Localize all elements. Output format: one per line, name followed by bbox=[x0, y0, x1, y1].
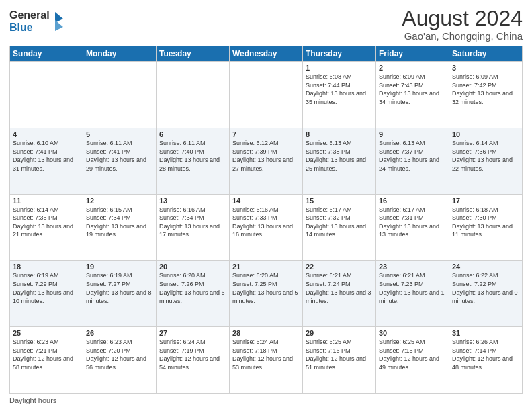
day-info: Sunrise: 6:25 AMSunset: 7:15 PMDaylight:… bbox=[379, 338, 446, 371]
col-header-tuesday: Tuesday bbox=[157, 46, 230, 62]
day-info: Sunrise: 6:17 AMSunset: 7:32 PMDaylight:… bbox=[306, 205, 373, 239]
col-header-thursday: Thursday bbox=[303, 46, 376, 62]
day-info: Sunrise: 6:14 AMSunset: 7:36 PMDaylight:… bbox=[452, 139, 519, 173]
day-number: 10 bbox=[452, 130, 519, 138]
calendar-cell: 17Sunrise: 6:18 AMSunset: 7:30 PMDayligh… bbox=[449, 194, 523, 261]
day-info: Sunrise: 6:11 AMSunset: 7:40 PMDaylight:… bbox=[159, 139, 226, 173]
day-number: 19 bbox=[86, 263, 153, 271]
day-info: Sunrise: 6:11 AMSunset: 7:41 PMDaylight:… bbox=[86, 139, 153, 173]
calendar-table: SundayMondayTuesdayWednesdayThursdayFrid… bbox=[9, 46, 523, 394]
day-info: Sunrise: 6:16 AMSunset: 7:34 PMDaylight:… bbox=[159, 205, 226, 239]
calendar-week-2: 4Sunrise: 6:10 AMSunset: 7:41 PMDaylight… bbox=[10, 128, 523, 194]
calendar-cell: 28Sunrise: 6:24 AMSunset: 7:18 PMDayligh… bbox=[230, 327, 303, 394]
day-number: 13 bbox=[159, 197, 226, 205]
day-number: 26 bbox=[86, 329, 153, 337]
day-number: 14 bbox=[232, 197, 300, 205]
calendar-cell: 21Sunrise: 6:20 AMSunset: 7:25 PMDayligh… bbox=[230, 261, 303, 327]
day-info: Sunrise: 6:23 AMSunset: 7:20 PMDaylight:… bbox=[86, 338, 153, 371]
calendar-cell: 10Sunrise: 6:14 AMSunset: 7:36 PMDayligh… bbox=[449, 128, 523, 194]
footer-label: Daylight hours bbox=[9, 396, 56, 404]
calendar-week-4: 18Sunrise: 6:19 AMSunset: 7:29 PMDayligh… bbox=[10, 261, 523, 327]
calendar-cell: 27Sunrise: 6:24 AMSunset: 7:19 PMDayligh… bbox=[157, 327, 230, 394]
day-number: 21 bbox=[232, 263, 300, 271]
header: GeneralBlue August 2024 Gao'an, Chongqin… bbox=[9, 7, 523, 42]
svg-text:General: General bbox=[9, 9, 50, 21]
page: GeneralBlue August 2024 Gao'an, Chongqin… bbox=[0, 0, 532, 411]
day-info: Sunrise: 6:17 AMSunset: 7:31 PMDaylight:… bbox=[379, 205, 446, 239]
calendar-cell: 7Sunrise: 6:12 AMSunset: 7:39 PMDaylight… bbox=[230, 128, 303, 194]
calendar-cell: 26Sunrise: 6:23 AMSunset: 7:20 PMDayligh… bbox=[83, 327, 157, 394]
col-header-saturday: Saturday bbox=[449, 46, 523, 62]
calendar-cell: 25Sunrise: 6:23 AMSunset: 7:21 PMDayligh… bbox=[10, 327, 83, 394]
calendar-cell: 14Sunrise: 6:16 AMSunset: 7:33 PMDayligh… bbox=[230, 194, 303, 261]
day-info: Sunrise: 6:10 AMSunset: 7:41 PMDaylight:… bbox=[13, 139, 80, 173]
calendar-cell: 2Sunrise: 6:09 AMSunset: 7:43 PMDaylight… bbox=[376, 62, 449, 128]
col-header-friday: Friday bbox=[376, 46, 449, 62]
day-number: 23 bbox=[379, 263, 446, 271]
calendar-cell: 8Sunrise: 6:13 AMSunset: 7:38 PMDaylight… bbox=[303, 128, 376, 194]
calendar-cell bbox=[83, 62, 157, 128]
day-number: 1 bbox=[306, 64, 373, 72]
calendar-cell: 22Sunrise: 6:21 AMSunset: 7:24 PMDayligh… bbox=[303, 261, 376, 327]
calendar-cell: 16Sunrise: 6:17 AMSunset: 7:31 PMDayligh… bbox=[376, 194, 449, 261]
day-number: 4 bbox=[13, 130, 80, 138]
day-number: 8 bbox=[306, 130, 373, 138]
day-info: Sunrise: 6:21 AMSunset: 7:23 PMDaylight:… bbox=[379, 271, 446, 305]
day-info: Sunrise: 6:24 AMSunset: 7:18 PMDaylight:… bbox=[232, 338, 300, 371]
day-info: Sunrise: 6:16 AMSunset: 7:33 PMDaylight:… bbox=[232, 205, 300, 239]
calendar-cell: 18Sunrise: 6:19 AMSunset: 7:29 PMDayligh… bbox=[10, 261, 83, 327]
day-number: 28 bbox=[232, 329, 300, 337]
day-info: Sunrise: 6:13 AMSunset: 7:37 PMDaylight:… bbox=[379, 139, 446, 173]
day-number: 29 bbox=[306, 329, 373, 337]
calendar-header-row: SundayMondayTuesdayWednesdayThursdayFrid… bbox=[10, 46, 523, 62]
calendar-week-1: 1Sunrise: 6:08 AMSunset: 7:44 PMDaylight… bbox=[10, 62, 523, 128]
day-number: 24 bbox=[452, 263, 519, 271]
calendar-cell: 5Sunrise: 6:11 AMSunset: 7:41 PMDaylight… bbox=[83, 128, 157, 194]
day-number: 7 bbox=[232, 130, 300, 138]
day-info: Sunrise: 6:13 AMSunset: 7:38 PMDaylight:… bbox=[306, 139, 373, 173]
day-number: 9 bbox=[379, 130, 446, 138]
day-number: 20 bbox=[159, 263, 226, 271]
svg-text:Blue: Blue bbox=[9, 21, 33, 33]
day-info: Sunrise: 6:09 AMSunset: 7:42 PMDaylight:… bbox=[452, 73, 519, 106]
col-header-monday: Monday bbox=[83, 46, 157, 62]
calendar-week-3: 11Sunrise: 6:14 AMSunset: 7:35 PMDayligh… bbox=[10, 194, 523, 261]
day-number: 31 bbox=[452, 329, 519, 337]
calendar-cell: 3Sunrise: 6:09 AMSunset: 7:42 PMDaylight… bbox=[449, 62, 523, 128]
day-number: 17 bbox=[452, 197, 519, 205]
calendar-cell: 9Sunrise: 6:13 AMSunset: 7:37 PMDaylight… bbox=[376, 128, 449, 194]
calendar-cell: 24Sunrise: 6:22 AMSunset: 7:22 PMDayligh… bbox=[449, 261, 523, 327]
day-info: Sunrise: 6:14 AMSunset: 7:35 PMDaylight:… bbox=[13, 205, 80, 239]
calendar-cell: 30Sunrise: 6:25 AMSunset: 7:15 PMDayligh… bbox=[376, 327, 449, 394]
day-info: Sunrise: 6:18 AMSunset: 7:30 PMDaylight:… bbox=[452, 205, 519, 239]
calendar-cell: 23Sunrise: 6:21 AMSunset: 7:23 PMDayligh… bbox=[376, 261, 449, 327]
day-number: 15 bbox=[306, 197, 373, 205]
subtitle: Gao'an, Chongqing, China bbox=[402, 30, 523, 42]
calendar-cell: 20Sunrise: 6:20 AMSunset: 7:26 PMDayligh… bbox=[157, 261, 230, 327]
day-number: 16 bbox=[379, 197, 446, 205]
calendar-cell: 1Sunrise: 6:08 AMSunset: 7:44 PMDaylight… bbox=[303, 62, 376, 128]
day-info: Sunrise: 6:15 AMSunset: 7:34 PMDaylight:… bbox=[86, 205, 153, 239]
day-info: Sunrise: 6:26 AMSunset: 7:14 PMDaylight:… bbox=[452, 338, 519, 371]
calendar-cell bbox=[157, 62, 230, 128]
day-info: Sunrise: 6:21 AMSunset: 7:24 PMDaylight:… bbox=[306, 271, 373, 305]
day-info: Sunrise: 6:24 AMSunset: 7:19 PMDaylight:… bbox=[159, 338, 226, 371]
calendar-cell: 15Sunrise: 6:17 AMSunset: 7:32 PMDayligh… bbox=[303, 194, 376, 261]
day-number: 12 bbox=[86, 197, 153, 205]
calendar-cell: 6Sunrise: 6:11 AMSunset: 7:40 PMDaylight… bbox=[157, 128, 230, 194]
day-info: Sunrise: 6:25 AMSunset: 7:16 PMDaylight:… bbox=[306, 338, 373, 371]
calendar-cell: 31Sunrise: 6:26 AMSunset: 7:14 PMDayligh… bbox=[449, 327, 523, 394]
day-info: Sunrise: 6:09 AMSunset: 7:43 PMDaylight:… bbox=[379, 73, 446, 106]
day-number: 2 bbox=[379, 64, 446, 72]
calendar-cell bbox=[230, 62, 303, 128]
calendar-cell: 4Sunrise: 6:10 AMSunset: 7:41 PMDaylight… bbox=[10, 128, 83, 194]
logo-svg: GeneralBlue bbox=[9, 7, 70, 35]
day-number: 18 bbox=[13, 263, 80, 271]
calendar-cell: 19Sunrise: 6:19 AMSunset: 7:27 PMDayligh… bbox=[83, 261, 157, 327]
day-number: 30 bbox=[379, 329, 446, 337]
logo-area: GeneralBlue bbox=[9, 7, 70, 35]
day-number: 25 bbox=[13, 329, 80, 337]
day-info: Sunrise: 6:19 AMSunset: 7:29 PMDaylight:… bbox=[13, 271, 80, 305]
col-header-wednesday: Wednesday bbox=[230, 46, 303, 62]
calendar-cell: 13Sunrise: 6:16 AMSunset: 7:34 PMDayligh… bbox=[157, 194, 230, 261]
